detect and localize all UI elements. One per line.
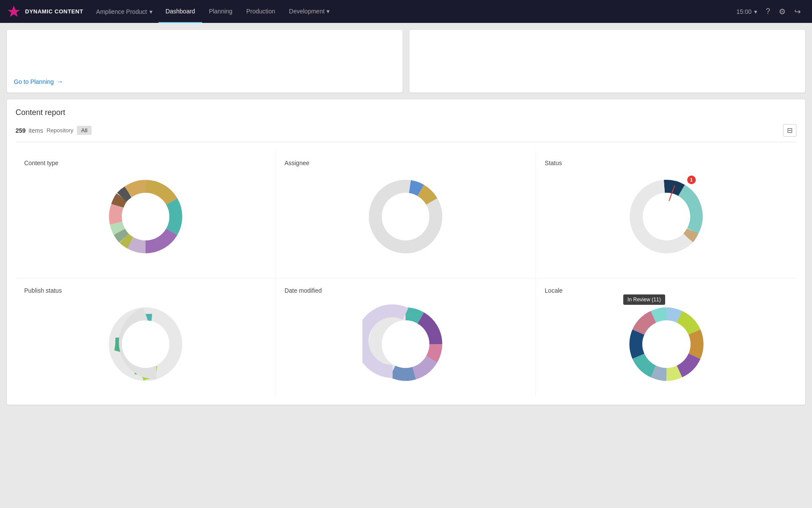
help-button[interactable]: ?	[761, 0, 774, 23]
date-modified-donut	[362, 301, 449, 387]
nav-time: 15:00 ▾	[732, 8, 761, 15]
status-chart-wrapper: 1 In Review (11)	[623, 173, 710, 269]
assignee-title: Assignee	[285, 160, 310, 166]
app-name: DYNAMIC CONTENT	[25, 8, 83, 15]
charts-grid: Content type	[16, 151, 796, 396]
content-type-donut	[102, 173, 189, 260]
publish-status-title: Publish status	[24, 287, 62, 294]
content-report-title: Content report	[16, 108, 796, 117]
top-cards-row: Go to Planning →	[7, 30, 805, 93]
svg-point-6	[643, 193, 690, 240]
locale-title: Locale	[545, 287, 562, 294]
svg-marker-0	[8, 6, 20, 17]
arrow-right-icon: →	[57, 78, 63, 86]
status-badge-wrapper: 1	[687, 176, 696, 184]
date-modified-chart: Date modified	[276, 278, 536, 396]
page-content: Go to Planning → Content report 259 item…	[0, 23, 812, 412]
svg-point-4	[382, 193, 429, 240]
svg-point-12	[643, 320, 690, 368]
chevron-down-icon-time: ▾	[754, 8, 757, 15]
top-card-left: Go to Planning →	[7, 30, 403, 93]
tab-production[interactable]: Production	[239, 0, 282, 23]
locale-donut	[623, 301, 710, 387]
chevron-down-icon: ▾	[149, 8, 152, 15]
status-chart: Status	[536, 151, 796, 278]
items-count: 259 items	[16, 127, 43, 134]
content-type-title: Content type	[24, 160, 58, 166]
logo-icon	[7, 5, 21, 19]
chevron-down-icon-dev: ▾	[327, 8, 330, 15]
content-report-card: Content report 259 items Repository All …	[7, 99, 805, 405]
svg-point-10	[382, 320, 429, 368]
tab-planning[interactable]: Planning	[202, 0, 240, 23]
all-filter-button[interactable]: All	[77, 126, 92, 135]
go-to-planning-link[interactable]: Go to Planning →	[14, 78, 63, 86]
filter-bar: 259 items Repository All ⊟	[16, 124, 796, 142]
logout-button[interactable]: ↪	[790, 0, 805, 23]
nav-dropdown-product-label: Amplience Product	[96, 8, 147, 15]
date-modified-title: Date modified	[285, 287, 322, 294]
tab-development[interactable]: Development ▾	[282, 0, 336, 23]
svg-point-8	[122, 320, 169, 368]
status-title: Status	[545, 160, 562, 166]
top-card-right	[409, 30, 805, 93]
nav-dropdown-product[interactable]: Amplience Product ▾	[90, 0, 159, 23]
svg-point-2	[122, 193, 169, 240]
status-donut: 1	[623, 173, 710, 260]
content-type-chart: Content type	[16, 151, 276, 278]
publish-status-donut	[102, 301, 189, 387]
settings-button[interactable]: ⚙	[774, 0, 790, 23]
repository-label: Repository	[47, 127, 73, 134]
filter-icon: ⊟	[787, 126, 793, 134]
top-nav: DYNAMIC CONTENT Amplience Product ▾ Dash…	[0, 0, 812, 23]
assignee-chart: Assignee	[276, 151, 536, 278]
tab-dashboard[interactable]: Dashboard	[159, 0, 202, 23]
locale-chart: Locale	[536, 278, 796, 396]
filter-button[interactable]: ⊟	[783, 124, 796, 137]
publish-status-chart: Publish status	[16, 278, 276, 396]
app-logo: DYNAMIC CONTENT	[7, 5, 83, 19]
assignee-donut	[362, 173, 449, 260]
status-badge: 1	[687, 176, 696, 184]
